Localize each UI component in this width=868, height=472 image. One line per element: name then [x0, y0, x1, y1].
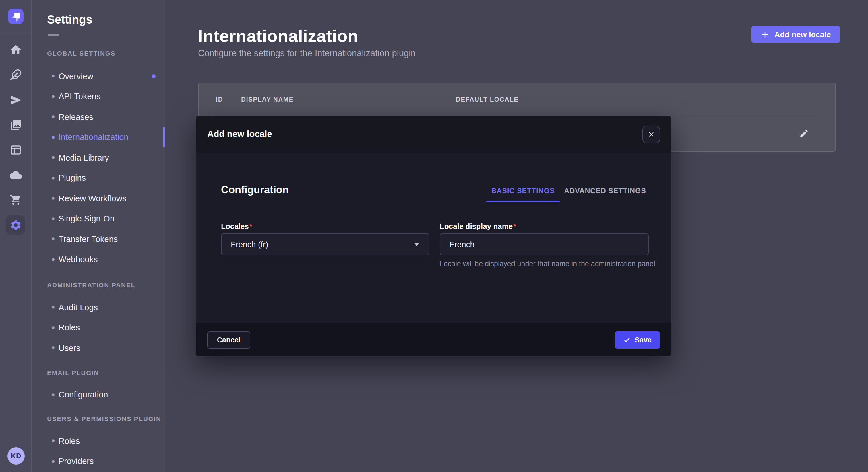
- section-label-global-settings: GLOBAL SETTINGS: [47, 49, 165, 57]
- cloud-icon[interactable]: [6, 165, 25, 185]
- label-text: Locales: [221, 222, 249, 231]
- sidebar-item-webhooks[interactable]: Webhooks: [32, 249, 165, 270]
- paper-plane-icon[interactable]: [6, 90, 25, 109]
- bullet-icon: [52, 115, 55, 119]
- tab-advanced-settings[interactable]: ADVANCED SETTINGS: [560, 180, 650, 201]
- modal-header: Add new locale: [196, 116, 671, 153]
- sidebar-item-releases[interactable]: Releases: [32, 107, 165, 127]
- cart-icon[interactable]: [6, 190, 25, 209]
- sidebar-item-label: Releases: [59, 112, 93, 122]
- close-icon: [648, 131, 654, 138]
- media-library-icon[interactable]: [6, 115, 25, 134]
- home-icon[interactable]: [6, 40, 25, 59]
- sidebar-item-api-tokens[interactable]: API Tokens: [32, 86, 165, 107]
- bullet-icon: [52, 95, 55, 98]
- sidebar-item-label: Webhooks: [59, 255, 98, 264]
- bullet-icon: [52, 347, 55, 349]
- required-asterisk: *: [513, 222, 516, 231]
- user-avatar[interactable]: KD: [7, 447, 25, 465]
- section-label-administration-panel: ADMINISTRATION PANEL: [47, 281, 165, 289]
- page-title: Internationalization: [198, 26, 358, 46]
- strapi-logo[interactable]: [8, 9, 24, 24]
- locales-select[interactable]: French (fr): [221, 233, 429, 255]
- sidebar-item-label: Media Library: [59, 153, 109, 162]
- sidebar-item-label: Plugins: [59, 173, 86, 183]
- display-name-hint: Locale will be displayed under that name…: [440, 259, 659, 269]
- sidebar-item-label: Transfer Tokens: [59, 235, 118, 244]
- modal-tabs: BASIC SETTINGS ADVANCED SETTINGS: [486, 180, 650, 201]
- sidebar-item-label: Overview: [59, 72, 93, 81]
- active-tab-underline: [486, 201, 560, 202]
- tabs-divider: [221, 202, 650, 202]
- close-button[interactable]: [642, 126, 660, 143]
- sidebar-item-admin-roles[interactable]: Roles: [32, 317, 165, 338]
- sidebar-item-overview[interactable]: Overview: [32, 66, 165, 86]
- bullet-icon: [52, 75, 55, 78]
- bullet-icon: [52, 460, 55, 463]
- modal-footer: Cancel Save: [196, 323, 671, 356]
- bullet-icon: [52, 306, 55, 309]
- sidebar-item-email-configuration[interactable]: Configuration: [32, 384, 165, 405]
- display-name-label: Locale display name*: [440, 222, 516, 231]
- save-button-label: Save: [635, 336, 652, 344]
- feather-icon[interactable]: [6, 65, 25, 84]
- settings-sidebar: Settings GLOBAL SETTINGS Overview API To…: [32, 0, 165, 472]
- add-button-label: Add new locale: [774, 30, 831, 39]
- sidebar-title-underline: [48, 34, 59, 36]
- bullet-icon: [52, 177, 55, 179]
- save-button[interactable]: Save: [615, 332, 660, 349]
- tab-basic-settings[interactable]: BASIC SETTINGS: [486, 180, 560, 201]
- locales-label: Locales*: [221, 222, 252, 231]
- column-header-display-name: DISPLAY NAME: [241, 96, 456, 102]
- configuration-heading: Configuration: [221, 184, 289, 196]
- sidebar-item-providers[interactable]: Providers: [32, 451, 165, 471]
- sidebar-item-single-sign-on[interactable]: Single Sign-On: [32, 208, 165, 229]
- cancel-button[interactable]: Cancel: [207, 332, 250, 349]
- sidebar-item-label: Users: [59, 343, 81, 353]
- add-locale-modal: Add new locale Configuration BASIC SETTI…: [196, 116, 671, 356]
- selected-locale-value: French (fr): [231, 240, 414, 249]
- sidebar-item-label: Roles: [59, 436, 80, 446]
- rail-divider: [0, 440, 32, 440]
- logo-shape: [16, 18, 20, 22]
- sidebar-item-label: Audit Logs: [59, 303, 98, 312]
- layout-icon[interactable]: [6, 140, 25, 160]
- sidebar-sections: GLOBAL SETTINGS Overview API Tokens Rele…: [32, 46, 165, 471]
- sidebar-item-label: Review Workflows: [59, 194, 126, 203]
- sidebar-item-label: Roles: [59, 323, 80, 332]
- sidebar-item-up-roles[interactable]: Roles: [32, 431, 165, 451]
- sidebar-item-users[interactable]: Users: [32, 338, 165, 358]
- sidebar-item-plugins[interactable]: Plugins: [32, 168, 165, 188]
- edit-locale-button[interactable]: [799, 129, 809, 138]
- sidebar-item-transfer-tokens[interactable]: Transfer Tokens: [32, 229, 165, 249]
- sidebar-item-media-library[interactable]: Media Library: [32, 147, 165, 168]
- table-header-row: ID DISPLAY NAME DEFAULT LOCALE: [198, 83, 835, 115]
- check-icon: [623, 337, 630, 343]
- required-asterisk: *: [249, 222, 252, 231]
- bullet-icon: [52, 156, 55, 159]
- display-name-input[interactable]: [440, 233, 649, 255]
- pencil-icon: [799, 129, 809, 138]
- sidebar-item-internationalization[interactable]: Internationalization: [32, 127, 165, 147]
- bullet-icon: [52, 217, 55, 220]
- bullet-icon: [52, 197, 55, 200]
- sidebar-item-review-workflows[interactable]: Review Workflows: [32, 188, 165, 208]
- modal-title: Add new locale: [207, 129, 272, 139]
- label-text: Locale display name: [440, 222, 513, 231]
- column-header-id: ID: [198, 96, 241, 102]
- chevron-down-icon: [414, 243, 420, 246]
- sidebar-item-label: Providers: [59, 457, 94, 466]
- add-new-locale-button[interactable]: Add new locale: [751, 26, 840, 43]
- column-header-default-locale: DEFAULT LOCALE: [456, 96, 835, 102]
- sidebar-item-audit-logs[interactable]: Audit Logs: [32, 297, 165, 317]
- sidebar-item-label: API Tokens: [59, 92, 100, 101]
- app-window: KD Settings GLOBAL SETTINGS Overview API…: [0, 0, 868, 472]
- bullet-icon: [52, 136, 55, 139]
- settings-gear-icon[interactable]: [6, 215, 25, 235]
- sidebar-item-label: Single Sign-On: [59, 214, 115, 224]
- sidebar-item-label: Configuration: [59, 390, 108, 400]
- plus-icon: [761, 30, 769, 39]
- rail-divider: [0, 33, 32, 33]
- section-label-users-permissions-plugin: USERS & PERMISSIONS PLUGIN: [47, 415, 165, 423]
- bullet-icon: [52, 326, 55, 329]
